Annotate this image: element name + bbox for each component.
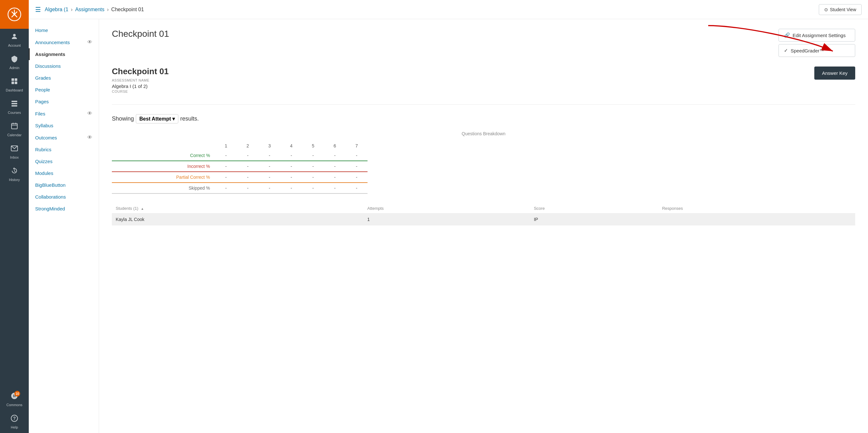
nav-item-quizzes[interactable]: Quizzes bbox=[29, 155, 99, 167]
top-header: ☰ Algebra (1 › Assignments › Checkpoint … bbox=[29, 0, 868, 19]
inbox-icon bbox=[10, 145, 18, 154]
col-students: Students (1) ▲ bbox=[112, 203, 363, 213]
sidebar-item-inbox[interactable]: Inbox bbox=[0, 141, 29, 163]
breakdown-row-correct: Correct % - - - - - - - bbox=[112, 150, 368, 161]
hamburger-icon[interactable]: ☰ bbox=[35, 6, 41, 13]
svg-rect-8 bbox=[11, 103, 17, 104]
main-wrapper: ☰ Algebra (1 › Assignments › Checkpoint … bbox=[29, 0, 868, 433]
nav-item-outcomes[interactable]: Outcomes 👁 bbox=[29, 132, 99, 144]
breakdown-label-col bbox=[112, 141, 215, 150]
global-nav: Account Admin Dashboard bbox=[0, 0, 29, 433]
announcements-eye-icon: 👁 bbox=[87, 39, 92, 45]
history-icon bbox=[10, 167, 18, 176]
student-view-button[interactable]: ⊙ Student View bbox=[819, 4, 862, 15]
skipped-7: - bbox=[346, 182, 368, 194]
nav-item-assignments[interactable]: Assignments bbox=[29, 48, 99, 60]
assessment-title: Checkpoint 01 bbox=[112, 66, 169, 77]
canvas-logo[interactable] bbox=[0, 0, 29, 29]
breadcrumb-course[interactable]: Algebra (1 bbox=[45, 7, 68, 12]
nav-item-collaborations[interactable]: Collaborations bbox=[29, 191, 99, 203]
chevron-down-icon: ▾ bbox=[172, 116, 175, 122]
attempt-dropdown[interactable]: Best Attempt ▾ bbox=[136, 114, 178, 123]
col-score: Score bbox=[530, 203, 658, 213]
dashboard-icon bbox=[10, 77, 18, 87]
table-row[interactable]: Kayla JL Cook 1 IP bbox=[112, 213, 855, 226]
nav-item-grades[interactable]: Grades bbox=[29, 72, 99, 84]
breakdown-col-4: 4 bbox=[280, 141, 302, 150]
breakdown-col-3: 3 bbox=[258, 141, 280, 150]
svg-point-2 bbox=[13, 34, 16, 36]
col-attempts: Attempts bbox=[363, 203, 530, 213]
skipped-3: - bbox=[258, 182, 280, 194]
breakdown-col-6: 6 bbox=[324, 141, 346, 150]
breakdown-row-partial: Partial Correct % - - - - - - - bbox=[112, 172, 368, 182]
skipped-5: - bbox=[302, 182, 324, 194]
incorrect-3: - bbox=[258, 161, 280, 172]
answer-key-button[interactable]: Answer Key bbox=[814, 66, 855, 80]
nav-item-modules[interactable]: Modules bbox=[29, 167, 99, 179]
nav-item-syllabus[interactable]: Syllabus bbox=[29, 120, 99, 132]
correct-7: - bbox=[346, 150, 368, 161]
student-score: IP bbox=[530, 213, 658, 226]
sidebar-item-commons[interactable]: 10 Commons bbox=[0, 388, 29, 411]
dashboard-label: Dashboard bbox=[6, 88, 23, 92]
sidebar-item-account[interactable]: Account bbox=[0, 29, 29, 51]
speedgrader-button[interactable]: ✓ SpeedGrader™ bbox=[778, 44, 855, 57]
sidebar-item-courses[interactable]: Courses bbox=[0, 96, 29, 118]
assessment-course-label: COURSE bbox=[112, 90, 169, 93]
correct-3: - bbox=[258, 150, 280, 161]
courses-label: Courses bbox=[8, 111, 21, 114]
sidebar-item-help[interactable]: ? Help bbox=[0, 411, 29, 433]
sidebar-item-history[interactable]: History bbox=[0, 163, 29, 185]
courses-icon bbox=[10, 100, 18, 109]
incorrect-7: - bbox=[346, 161, 368, 172]
partial-3: - bbox=[258, 172, 280, 182]
student-attempts: 1 bbox=[363, 213, 530, 226]
account-icon bbox=[10, 33, 18, 42]
svg-rect-6 bbox=[15, 82, 17, 84]
global-nav-bottom: 10 Commons ? Help bbox=[0, 388, 29, 433]
calendar-icon bbox=[10, 122, 18, 132]
breadcrumb-section[interactable]: Assignments bbox=[75, 7, 104, 12]
breakdown-col-5: 5 bbox=[302, 141, 324, 150]
outcomes-eye-icon: 👁 bbox=[87, 135, 92, 140]
nav-item-home[interactable]: Home bbox=[29, 24, 99, 36]
calendar-label: Calendar bbox=[7, 133, 22, 137]
breakdown-col-2: 2 bbox=[237, 141, 258, 150]
student-responses bbox=[658, 213, 855, 226]
incorrect-4: - bbox=[280, 161, 302, 172]
nav-item-people[interactable]: People bbox=[29, 84, 99, 96]
breakdown-header-row: 1 2 3 4 5 6 7 bbox=[112, 141, 368, 150]
nav-item-pages[interactable]: Pages bbox=[29, 96, 99, 108]
edit-assignment-label: Edit Assignment Settings bbox=[793, 33, 846, 38]
partial-5: - bbox=[302, 172, 324, 182]
admin-label: Admin bbox=[9, 66, 19, 70]
nav-item-bigbluebutton[interactable]: BigBlueButton bbox=[29, 179, 99, 191]
nav-item-rubrics[interactable]: Rubrics bbox=[29, 144, 99, 155]
incorrect-label: Incorrect % bbox=[112, 161, 215, 172]
incorrect-1: - bbox=[215, 161, 237, 172]
admin-icon bbox=[10, 55, 18, 65]
svg-rect-10 bbox=[11, 123, 17, 129]
sidebar-item-dashboard[interactable]: Dashboard bbox=[0, 74, 29, 96]
sidebar-item-admin[interactable]: Admin bbox=[0, 51, 29, 74]
commons-icon: 10 bbox=[10, 392, 18, 402]
showing-prefix: Showing bbox=[112, 115, 134, 122]
edit-assignment-button[interactable]: 🔗 Edit Assignment Settings bbox=[778, 29, 855, 41]
attempt-value: Best Attempt bbox=[140, 116, 171, 122]
svg-point-1 bbox=[13, 13, 16, 16]
breadcrumb: Algebra (1 › Assignments › Checkpoint 01 bbox=[45, 7, 144, 12]
students-table: Students (1) ▲ Attempts Score Responses … bbox=[112, 203, 855, 226]
correct-4: - bbox=[280, 150, 302, 161]
correct-2: - bbox=[237, 150, 258, 161]
page-title: Checkpoint 01 bbox=[112, 29, 169, 39]
sort-arrow-icon[interactable]: ▲ bbox=[141, 207, 144, 210]
nav-item-discussions[interactable]: Discussions bbox=[29, 60, 99, 72]
nav-item-files[interactable]: Files 👁 bbox=[29, 108, 99, 120]
nav-item-strongminded[interactable]: StrongMinded bbox=[29, 203, 99, 214]
nav-item-announcements[interactable]: Announcements 👁 bbox=[29, 36, 99, 48]
skipped-4: - bbox=[280, 182, 302, 194]
breadcrumb-sep-1: › bbox=[71, 7, 72, 12]
sidebar-item-calendar[interactable]: Calendar bbox=[0, 118, 29, 141]
answer-key-label: Answer Key bbox=[822, 70, 847, 76]
